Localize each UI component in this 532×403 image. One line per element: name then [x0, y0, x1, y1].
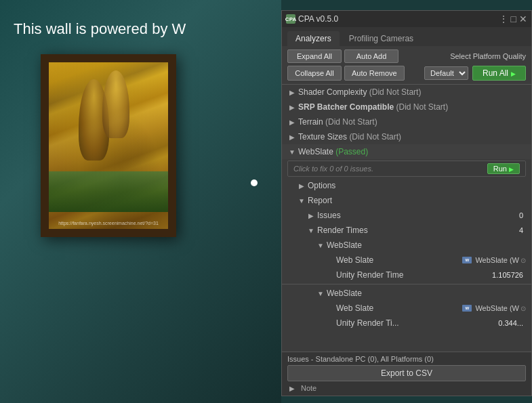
- run-button[interactable]: Run: [487, 163, 520, 174]
- tab-bar: Analyzers Profiling Cameras: [282, 27, 531, 46]
- collapse-all-button[interactable]: Collapse All: [287, 66, 342, 81]
- web-slate-2-value: WebSlate (W: [475, 304, 519, 312]
- web-slate-1-value: WebSlate (W: [475, 256, 519, 264]
- fix-text: Click to fix 0 of 0 issues.: [293, 165, 487, 173]
- tree-item-report[interactable]: Report: [282, 193, 531, 208]
- tree-item-issues[interactable]: Issues 0: [282, 208, 531, 223]
- more-options-btn[interactable]: ⋮: [499, 14, 508, 24]
- webslate-sub1-label: WebSlate: [327, 240, 526, 250]
- tree-item-unity-render-time-2[interactable]: Unity Render Ti... 0.344...: [282, 316, 531, 331]
- tree-item-unity-render-time-1[interactable]: Unity Render Time 1.105726: [282, 268, 531, 282]
- arrow-shader-complexity: [287, 87, 297, 97]
- wall-text: This wall is powered by W: [14, 20, 186, 38]
- tree-item-webslate-sub2[interactable]: WebSlate: [282, 286, 531, 301]
- window-controls[interactable]: ⋮ □ ✕: [499, 14, 527, 24]
- maximize-btn[interactable]: □: [511, 14, 516, 24]
- painting-artwork: https://fanfara.nyesh.screenimachine.net…: [49, 62, 168, 229]
- webslate-label: WebSlate: [298, 147, 335, 156]
- arrow-issues: [306, 211, 316, 220]
- export-csv-button[interactable]: Export to CSV: [287, 365, 526, 381]
- tree-item-web-slate-1[interactable]: Web Slate W WebSlate (W ⊙: [282, 253, 531, 268]
- webslate-icon-1: W: [462, 257, 472, 263]
- texture-sizes-status: (Did Not Start): [349, 132, 401, 142]
- webslate-status: (Passed): [335, 147, 368, 156]
- arrow-webslate: [287, 147, 297, 156]
- arrow-note: [287, 383, 297, 393]
- cpa-panel: CPA CPA v0.5.0 ⋮ □ ✕ Analyzers Profiling…: [281, 10, 532, 396]
- arrow-srp-batcher: [287, 102, 297, 112]
- spacer-3: [325, 303, 335, 313]
- copy-icon-1[interactable]: ⊙: [520, 257, 526, 264]
- unity-render-time-1-label: Unity Render Time: [336, 270, 492, 280]
- tree-item-shader-complexity[interactable]: Shader Complexity (Did Not Start): [282, 85, 531, 100]
- toolbar-row-1: Expand All Auto Add Select Platform Qual…: [287, 49, 526, 63]
- webslate-icon-2: W: [462, 305, 472, 312]
- expand-all-button[interactable]: Expand All: [287, 49, 342, 63]
- bottom-bar: Issues - Standalone PC (0), All Platform…: [282, 352, 531, 396]
- srp-batcher-label: SRP Batcher Compatible: [298, 102, 394, 112]
- render-times-label: Render Times: [317, 226, 506, 235]
- copy-icon-2[interactable]: ⊙: [520, 305, 526, 312]
- options-label: Options: [308, 181, 526, 190]
- platform-quality-select[interactable]: Default: [424, 66, 468, 80]
- tree-item-options[interactable]: Options: [282, 178, 531, 193]
- arrow-report: [297, 196, 306, 205]
- unity-render-time-2-label: Unity Render Ti...: [336, 318, 498, 328]
- tree-item-webslate-sub1[interactable]: WebSlate: [282, 238, 531, 253]
- platform-section: Select Platform Quality: [450, 49, 526, 63]
- srp-batcher-status: (Did Not Start): [396, 102, 449, 112]
- web-slate-2-label: Web Slate: [336, 303, 373, 313]
- panel-content[interactable]: Shader Complexity (Did Not Start) SRP Ba…: [282, 85, 531, 352]
- issues-value: 0: [506, 211, 526, 219]
- platform-label: Select Platform Quality: [450, 52, 526, 60]
- separator-1: [282, 284, 531, 284]
- painting-caption: https://fanfara.nyesh.screenimachine.net…: [49, 221, 168, 226]
- run-all-play-icon: [511, 68, 516, 78]
- fix-bar: Click to fix 0 of 0 issues. Run: [287, 161, 526, 177]
- title-bar: CPA CPA v0.5.0 ⋮ □ ✕: [282, 11, 531, 27]
- run-play-icon: [509, 165, 514, 173]
- spacer-2: [325, 270, 335, 280]
- tree-item-srp-batcher[interactable]: SRP Batcher Compatible (Did Not Start): [282, 100, 531, 114]
- tree-item-web-slate-2[interactable]: Web Slate W WebSlate (W ⊙: [282, 301, 531, 316]
- panel-title: CPA v0.5.0: [298, 14, 496, 24]
- arrow-texture-sizes: [287, 132, 297, 142]
- web-slate-1-label: Web Slate: [336, 255, 373, 265]
- note-label: Note: [301, 384, 316, 392]
- spacer-4: [325, 318, 335, 328]
- texture-sizes-label: Texture Sizes: [298, 132, 349, 142]
- tab-profiling-cameras[interactable]: Profiling Cameras: [341, 31, 422, 46]
- terrain-status: (Did Not Start): [325, 117, 377, 127]
- unity-render-time-1-value: 1.105726: [492, 271, 526, 279]
- terrain-label: Terrain: [298, 117, 325, 127]
- ui-dot-indicator: [251, 179, 258, 186]
- auto-add-button[interactable]: Auto Add: [344, 49, 398, 63]
- report-label: Report: [308, 196, 526, 205]
- issues-label: Issues: [317, 211, 506, 220]
- close-btn[interactable]: ✕: [519, 14, 527, 24]
- toolbar: Expand All Auto Add Select Platform Qual…: [282, 46, 531, 85]
- spacer-1: [325, 255, 335, 265]
- auto-remove-button[interactable]: Auto Remove: [344, 66, 405, 81]
- painting-frame: https://fanfara.nyesh.screenimachine.net…: [41, 54, 176, 237]
- arrow-webslate-sub1: [316, 240, 325, 250]
- webslate-sub2-label: WebSlate: [327, 289, 526, 298]
- tree-item-texture-sizes[interactable]: Texture Sizes (Did Not Start): [282, 129, 531, 144]
- arrow-terrain: [287, 117, 297, 127]
- tab-analyzers[interactable]: Analyzers: [287, 31, 340, 46]
- issues-summary: Issues - Standalone PC (0), All Platform…: [287, 355, 526, 363]
- render-times-value: 4: [506, 226, 526, 234]
- tree-item-webslate[interactable]: WebSlate (Passed): [282, 144, 531, 159]
- run-all-button[interactable]: Run All: [472, 66, 526, 81]
- note-row: Note: [287, 383, 526, 393]
- arrow-options: [297, 181, 306, 190]
- tree-item-terrain[interactable]: Terrain (Did Not Start): [282, 114, 531, 129]
- shader-complexity-status: (Did Not Start): [369, 87, 422, 97]
- shader-complexity-label: Shader Complexity: [298, 87, 369, 97]
- cpa-icon: CPA: [286, 14, 295, 24]
- tree-item-render-times[interactable]: Render Times 4: [282, 223, 531, 238]
- arrow-render-times: [306, 226, 316, 235]
- unity-render-time-2-value: 0.344...: [498, 319, 526, 327]
- game-view: This wall is powered by W https://fanfar…: [0, 0, 281, 403]
- arrow-webslate-sub2: [316, 289, 325, 298]
